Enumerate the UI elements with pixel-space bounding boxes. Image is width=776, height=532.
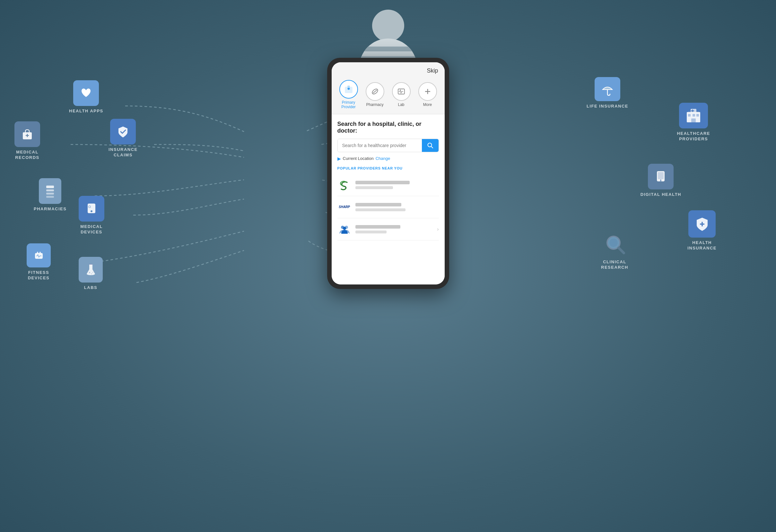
healthcare-providers-icon-box: [679, 103, 708, 129]
heart-icon: [79, 86, 93, 100]
provider-item[interactable]: SHARP: [338, 196, 439, 218]
fitness-icon: [32, 249, 45, 262]
provider-logo-sharp: SHARP: [338, 200, 352, 214]
svg-rect-36: [691, 111, 694, 112]
provider-info-3: [355, 225, 433, 233]
svg-line-12: [431, 146, 433, 148]
avatar-head: [372, 10, 404, 42]
svg-rect-20: [46, 189, 54, 191]
peripheral-labs: LABS: [79, 257, 103, 291]
flask-icon: [84, 262, 97, 278]
peripheral-insurance-claims: INSURANCE CLAIMS: [109, 119, 138, 158]
briefcase-plus-icon: [20, 127, 34, 141]
svg-point-44: [660, 179, 661, 181]
health-apps-label: HEALTH APPS: [69, 109, 104, 114]
svg-point-24: [90, 210, 92, 212]
peripheral-clinical-research: CLINICAL RESEARCH: [601, 231, 628, 270]
provider-info-2: [355, 203, 439, 211]
hospital-building-icon: [685, 108, 702, 124]
search-input[interactable]: [338, 139, 422, 152]
peripheral-fitness-devices: FITNESS DEVICES: [27, 243, 51, 281]
labs-icon-box: [79, 257, 103, 283]
medical-devices-label: MEDICAL DEVICES: [80, 224, 103, 235]
provider-name-bar: [355, 203, 401, 206]
tab-lab[interactable]: Lab: [392, 82, 411, 107]
peripheral-health-apps: HEALTH APPS: [69, 80, 104, 114]
peripheral-medical-devices: MEDICAL DEVICES: [79, 196, 104, 235]
provider-logo-people-icon: [338, 223, 351, 236]
svg-rect-37: [688, 114, 691, 117]
location-icon: ▶: [338, 156, 341, 161]
change-location-button[interactable]: Change: [376, 156, 390, 161]
svg-point-15: [343, 227, 346, 230]
insurance-claims-icon-box: [110, 119, 136, 145]
search-bar: [338, 139, 439, 152]
tab-more[interactable]: More: [418, 82, 437, 107]
provider-sub-bar: [355, 186, 393, 189]
pill-box-icon: [44, 183, 56, 199]
fitness-devices-label: FITNESS DEVICES: [28, 270, 50, 281]
location-row: ▶ Current Location Change: [338, 156, 439, 161]
health-insurance-icon-box: [689, 210, 716, 237]
provider-logo-3: [338, 222, 352, 236]
provider-name-bar: [355, 181, 410, 184]
pill-icon: [371, 87, 380, 96]
phone: Skip Primary: [327, 58, 449, 289]
search-button[interactable]: [422, 139, 438, 152]
chevron-right-icon: ›: [437, 226, 438, 232]
svg-rect-39: [697, 114, 699, 117]
svg-rect-26: [35, 253, 43, 259]
magnifier-icon: [602, 231, 628, 257]
tab-primary-provider[interactable]: Primary Provider: [339, 80, 358, 110]
peripheral-healthcare-providers: HEALTHCARE PROVIDERS: [677, 103, 710, 142]
insurance-claims-label: INSURANCE CLAIMS: [109, 147, 138, 158]
pharmacies-icon-box: [39, 178, 61, 204]
peripheral-medical-records: MEDICAL RECORDS: [14, 121, 40, 161]
clinical-research-icon-box: [602, 231, 628, 257]
svg-rect-28: [39, 252, 41, 253]
tablet-icon: [654, 170, 668, 184]
medical-records-label: MEDICAL RECORDS: [15, 150, 39, 161]
plus-icon: [423, 87, 432, 96]
svg-rect-1: [348, 86, 350, 88]
provider-info-1: [355, 181, 439, 189]
tab-pharmacy[interactable]: Pharmacy: [366, 82, 384, 107]
skip-button[interactable]: Skip: [427, 67, 438, 74]
provider-item[interactable]: ›: [338, 218, 439, 240]
svg-rect-21: [46, 193, 54, 195]
sharp-logo-text: SHARP: [339, 205, 350, 209]
provider-list: SHARP: [338, 174, 439, 240]
provider-sub-bar: [355, 208, 405, 211]
peripheral-pharmacies: PHARMACIES: [34, 178, 66, 212]
svg-rect-38: [693, 114, 695, 117]
tab-icon-pharmacy: [366, 82, 384, 101]
provider-item[interactable]: [338, 174, 439, 196]
tab-label-primary: Primary Provider: [341, 100, 356, 110]
providers-section-label: POPULAR PROVIDERS NEAR YOU: [338, 166, 439, 170]
tab-icon-lab: [392, 82, 411, 101]
svg-point-32: [92, 272, 93, 273]
tab-bar: Primary Provider Pharmacy: [332, 77, 445, 114]
search-icon: [427, 142, 433, 149]
tab-label-lab: Lab: [398, 103, 404, 107]
tab-label-more: More: [423, 103, 432, 107]
health-insurance-label: HEALTH INSURANCE: [688, 240, 717, 251]
healthcare-providers-label: HEALTHCARE PROVIDERS: [677, 131, 710, 142]
search-title: Search for a hospital, clinic, or doctor…: [338, 121, 439, 134]
life-insurance-label: LIFE INSURANCE: [587, 104, 628, 109]
peripheral-digital-health: DIGITAL HEALTH: [640, 164, 681, 197]
screen-header: Skip: [332, 62, 445, 77]
provider-sub-bar: [355, 230, 387, 233]
peripheral-life-insurance: LIFE INSURANCE: [587, 77, 628, 109]
scene: .dline { stroke: #8aabb8; stroke-width: …: [0, 0, 776, 532]
svg-point-51: [609, 238, 618, 247]
device-icon: [84, 202, 99, 216]
provider-name-bar: [355, 225, 401, 228]
ecg-icon: [397, 87, 406, 96]
medical-records-icon-box: [14, 121, 40, 147]
life-insurance-icon-box: [595, 77, 620, 101]
svg-point-30: [89, 272, 90, 273]
shield-check-icon: [116, 125, 130, 139]
fitness-devices-icon-box: [27, 243, 51, 268]
shield-cross-icon: [694, 216, 710, 232]
